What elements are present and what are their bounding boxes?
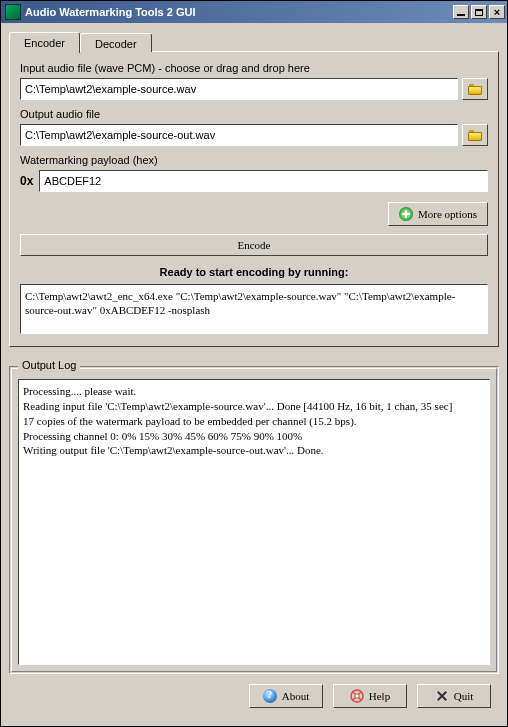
output-log-group: Output Log Processing.... please wait. R… xyxy=(9,366,499,674)
browse-input-button[interactable] xyxy=(462,78,488,100)
encode-button[interactable]: Encode xyxy=(20,234,488,256)
window-title: Audio Watermarking Tools 2 GUI xyxy=(25,6,451,18)
close-button[interactable]: × xyxy=(489,5,505,19)
minimize-icon xyxy=(457,14,465,16)
output-file-field[interactable] xyxy=(20,124,458,146)
content-area: Encoder Decoder Input audio file (wave P… xyxy=(1,23,507,726)
more-options-button[interactable]: More options xyxy=(388,202,488,226)
close-icon: × xyxy=(494,7,500,18)
folder-icon xyxy=(468,84,482,95)
input-file-field[interactable] xyxy=(20,78,458,100)
payload-field[interactable] xyxy=(39,170,488,192)
folder-icon xyxy=(468,130,482,141)
quit-icon xyxy=(435,689,449,703)
help-button[interactable]: Help xyxy=(333,684,407,708)
tab-decoder[interactable]: Decoder xyxy=(80,33,152,52)
about-label: About xyxy=(282,690,310,702)
payload-label: Watermarking payload (hex) xyxy=(20,154,488,166)
maximize-icon xyxy=(475,9,483,16)
encode-label: Encode xyxy=(238,239,271,251)
output-log-title: Output Log xyxy=(18,359,80,371)
maximize-button[interactable] xyxy=(471,5,487,19)
quit-label: Quit xyxy=(454,690,474,702)
about-button[interactable]: About xyxy=(249,684,323,708)
input-file-label: Input audio file (wave PCM) - choose or … xyxy=(20,62,488,74)
more-options-label: More options xyxy=(418,208,477,220)
encoder-panel: Input audio file (wave PCM) - choose or … xyxy=(9,51,499,347)
quit-button[interactable]: Quit xyxy=(417,684,491,708)
bottom-button-bar: About Help Quit xyxy=(9,674,499,718)
output-log[interactable]: Processing.... please wait. Reading inpu… xyxy=(18,379,490,665)
plus-icon xyxy=(399,207,413,221)
app-window: Audio Watermarking Tools 2 GUI × Encoder… xyxy=(0,0,508,727)
help-label: Help xyxy=(369,690,390,702)
payload-prefix: 0x xyxy=(20,174,33,188)
app-icon xyxy=(5,4,21,20)
browse-output-button[interactable] xyxy=(462,124,488,146)
help-icon xyxy=(350,689,364,703)
tab-strip: Encoder Decoder xyxy=(9,31,499,52)
tab-encoder[interactable]: Encoder xyxy=(9,32,80,53)
svg-point-1 xyxy=(355,694,359,698)
minimize-button[interactable] xyxy=(453,5,469,19)
status-label: Ready to start encoding by running: xyxy=(20,266,488,278)
info-icon xyxy=(263,689,277,703)
titlebar: Audio Watermarking Tools 2 GUI × xyxy=(1,1,507,23)
output-file-label: Output audio file xyxy=(20,108,488,120)
command-preview[interactable] xyxy=(20,284,488,334)
